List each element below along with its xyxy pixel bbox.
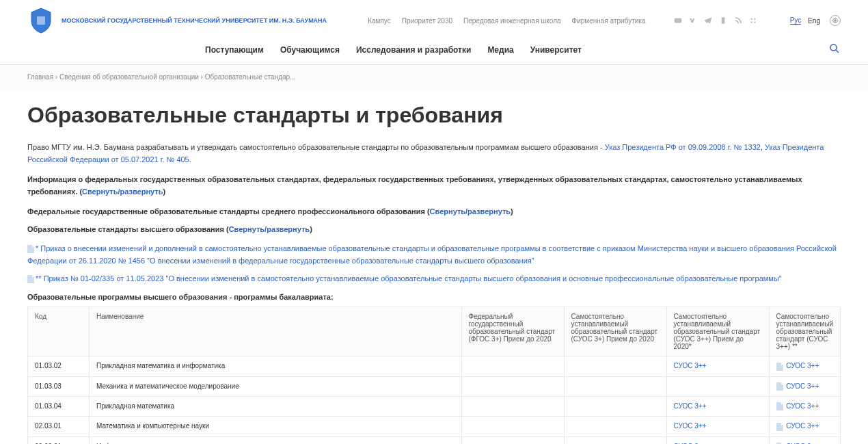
- order-note-1: * Приказ о внесении изменений и дополнен…: [27, 243, 841, 267]
- standard-link[interactable]: СУОС 3++: [785, 422, 819, 430]
- svg-line-9: [836, 50, 839, 53]
- info-paragraph: Информация о федеральных государственных…: [27, 174, 841, 198]
- nav-students[interactable]: Обучающимся: [280, 45, 340, 55]
- breadcrumb-current: Образовательные стандар...: [205, 73, 296, 81]
- svg-point-3: [750, 18, 752, 20]
- svg-point-4: [754, 18, 755, 20]
- cell-suos3pp2: СУОС 3++: [769, 356, 840, 376]
- breadcrumb-info[interactable]: Сведения об образовательной организации: [59, 73, 199, 81]
- cell-code: 01.03.03: [28, 376, 90, 396]
- standard-link[interactable]: СУОС 3++: [785, 382, 819, 390]
- table-row: 02.03.01Математика и компьютерные наукиС…: [28, 417, 841, 436]
- cell-suos3pp: [666, 376, 769, 396]
- intro-paragraph: Право МГТУ им. Н.Э. Баумана разрабатыват…: [27, 142, 841, 166]
- svg-point-7: [835, 20, 837, 22]
- cell-code: 01.03.02: [28, 356, 90, 376]
- cell-suos3: [564, 417, 666, 436]
- standard-link[interactable]: СУОС 3++: [785, 362, 819, 369]
- toggle-link-2[interactable]: Свернуть/развернуть: [430, 207, 511, 216]
- cell-suos3pp: СУОС 3++: [666, 436, 769, 444]
- cell-code: 02.03.01: [28, 417, 90, 436]
- cell-suos3pp2: СУОС 3++: [769, 417, 840, 436]
- standard-link[interactable]: СУОС 3++: [674, 422, 707, 430]
- main-content: Образовательные стандарты и требования П…: [0, 89, 868, 444]
- order-link-1[interactable]: Приказ о внесении изменений и дополнений…: [27, 244, 837, 265]
- cell-name: Механика и математическое моделирование: [90, 376, 462, 396]
- breadcrumb-home[interactable]: Главная: [27, 73, 53, 81]
- table-row: 01.03.04Прикладная математикаСУОС 3++ СУ…: [28, 396, 841, 416]
- page-title: Образовательные стандарты и требования: [27, 103, 841, 128]
- cell-suos3pp: СУОС 3++: [666, 417, 769, 436]
- order-note-2: ** Приказ № 01-02/335 от 11.05.2023 "О в…: [27, 273, 841, 285]
- top-nav-campus[interactable]: Кампус: [368, 17, 391, 25]
- toggle-link-3[interactable]: Свернуть/развернуть: [229, 225, 310, 233]
- document-icon: [27, 275, 34, 283]
- telegram-icon[interactable]: [703, 16, 713, 25]
- lang-en[interactable]: Eng: [808, 17, 820, 25]
- section-higher-ed: Образовательные стандарты высшего образо…: [27, 225, 841, 233]
- youtube-icon[interactable]: [673, 16, 683, 25]
- university-name: МОСКОВСКИЙ ГОСУДАРСТВЕННЫЙ ТЕХНИЧЕСКИЙ У…: [62, 17, 327, 25]
- search-button[interactable]: [828, 42, 841, 57]
- table-row: 01.03.03Механика и математическое модели…: [28, 376, 841, 396]
- th-fgos: Федеральный государственный образователь…: [461, 307, 564, 356]
- th-name: Наименование: [90, 307, 462, 356]
- svg-rect-2: [721, 17, 724, 23]
- top-nav-school[interactable]: Передовая инженерная школа: [463, 17, 561, 25]
- cell-suos3pp: СУОС 3++: [666, 356, 769, 376]
- th-suos3pp: Самостоятельно устанавливаемый образоват…: [666, 307, 769, 356]
- cell-code: 01.03.04: [28, 396, 90, 416]
- nav-research[interactable]: Исследования и разработки: [356, 45, 471, 55]
- cell-fgos: [461, 356, 564, 376]
- nav-media[interactable]: Медиа: [487, 45, 513, 55]
- cell-fgos: [461, 436, 564, 444]
- university-logo-icon: [27, 7, 55, 34]
- top-nav-priority[interactable]: Приоритет 2030: [402, 17, 452, 25]
- standard-link[interactable]: СУОС 3++: [785, 402, 819, 410]
- rss-icon[interactable]: [733, 16, 743, 25]
- standard-link[interactable]: СУОС 3++: [674, 362, 707, 369]
- document-icon: [776, 363, 783, 371]
- dots-icon[interactable]: [748, 16, 758, 25]
- svg-point-6: [754, 21, 755, 23]
- toggle-link-1[interactable]: Свернуть/развернуть: [82, 187, 163, 196]
- facebook-icon[interactable]: [718, 16, 728, 25]
- top-nav: Кампус Приоритет 2030 Передовая инженерн…: [368, 17, 645, 25]
- cell-suos3pp2: СУОС 3++: [769, 396, 840, 416]
- cell-suos3pp2: СУОС 3++ СУОС 3++: [769, 436, 840, 444]
- table-subtitle: Образовательные программы высшего образо…: [27, 293, 841, 301]
- svg-rect-0: [37, 16, 45, 25]
- cell-code: 09.03.01: [28, 436, 90, 444]
- cell-suos3pp: СУОС 3++: [666, 396, 769, 416]
- svg-rect-1: [674, 18, 681, 23]
- main-nav: Поступающим Обучающимся Исследования и р…: [205, 45, 582, 55]
- document-icon: [776, 423, 783, 431]
- nav-university[interactable]: Университет: [530, 45, 582, 55]
- cell-suos3pp2: СУОС 3++: [769, 376, 840, 396]
- cell-name: Информатика и вычислительная техника: [90, 436, 462, 444]
- cell-fgos: [461, 396, 564, 416]
- social-icons: [673, 16, 758, 25]
- document-icon: [27, 245, 34, 253]
- decree-link-1[interactable]: Указ Президента РФ от 09.09.2008 г. № 13…: [605, 143, 761, 151]
- cell-name: Прикладная математика и информатика: [90, 356, 462, 376]
- table-row: 01.03.02Прикладная математика и информат…: [28, 356, 841, 376]
- breadcrumbs: Главная › Сведения об образовательной ор…: [0, 65, 868, 89]
- svg-point-8: [830, 44, 837, 51]
- lang-ru[interactable]: Рус: [790, 16, 802, 25]
- order-link-2[interactable]: Приказ № 01-02/335 от 11.05.2023 "О внес…: [44, 274, 782, 283]
- vk-icon[interactable]: [688, 16, 698, 25]
- site-header: МОСКОВСКИЙ ГОСУДАРСТВЕННЫЙ ТЕХНИЧЕСКИЙ У…: [0, 0, 868, 65]
- cell-suos3: [564, 356, 666, 376]
- logo-block[interactable]: МОСКОВСКИЙ ГОСУДАРСТВЕННЫЙ ТЕХНИЧЕСКИЙ У…: [27, 7, 327, 34]
- document-icon: [776, 382, 783, 391]
- svg-point-5: [750, 21, 752, 23]
- language-switcher: Рус Eng: [790, 15, 841, 26]
- top-nav-brand[interactable]: Фирменная атрибутика: [572, 17, 646, 25]
- th-code: Код: [28, 307, 90, 356]
- standard-link[interactable]: СУОС 3++: [674, 402, 707, 410]
- nav-applicants[interactable]: Поступающим: [205, 45, 264, 55]
- document-icon: [776, 402, 783, 410]
- accessibility-icon[interactable]: [830, 15, 841, 26]
- section-fgos-spo: Федеральные государственные образователь…: [27, 207, 841, 216]
